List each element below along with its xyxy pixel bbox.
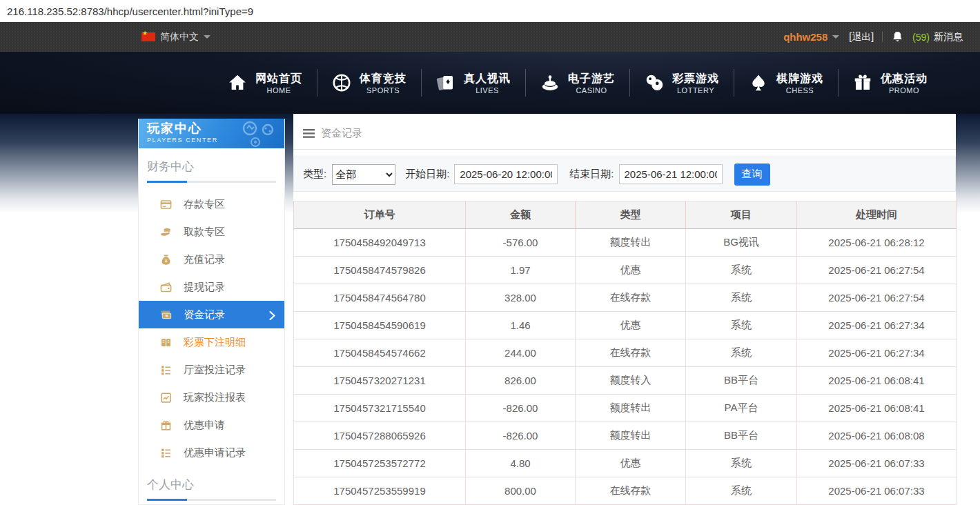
table-cell: 系统 bbox=[686, 477, 797, 505]
nav-label-en: CHESS bbox=[786, 86, 814, 95]
nav-item-promo[interactable]: 优惠活动PROMO bbox=[838, 71, 942, 95]
table-cell: 2025-06-21 06:07:33 bbox=[797, 477, 957, 505]
sidebar-item-label: 充值记录 bbox=[184, 253, 225, 266]
table-cell: 1.46 bbox=[466, 312, 576, 339]
breadcrumb-label: 资金记录 bbox=[321, 127, 362, 140]
list-icon bbox=[159, 446, 173, 459]
table-cell: 系统 bbox=[686, 257, 797, 284]
table-row: 1750457320271231826.00额度转入BB平台2025-06-21… bbox=[294, 367, 957, 395]
table-cell: 额度转出 bbox=[576, 395, 686, 422]
sidebar-item-withdraw-zone[interactable]: 取款专区 bbox=[139, 218, 284, 246]
type-select[interactable]: 全部 bbox=[332, 164, 395, 185]
gamepad-icon bbox=[229, 120, 280, 148]
book-icon bbox=[159, 336, 173, 349]
sidebar-item-lottery-bet-details[interactable]: 彩票下注明细 bbox=[139, 328, 284, 356]
bell-icon[interactable] bbox=[891, 30, 904, 43]
sidebar-item-label: 提现记录 bbox=[184, 281, 225, 294]
nav-label-en: HOME bbox=[267, 86, 291, 95]
nav-label-en: PROMO bbox=[889, 86, 919, 95]
account-area: qhhw258 [退出] (59) 新消息 bbox=[783, 30, 963, 43]
table-cell: 244.00 bbox=[466, 339, 576, 367]
nav-label-zh: 网站首页 bbox=[255, 71, 302, 86]
table-cell: 2025-06-21 06:27:54 bbox=[797, 284, 957, 312]
username[interactable]: qhhw258 bbox=[783, 31, 827, 43]
hand-money-icon bbox=[159, 226, 173, 239]
chevron-down-icon[interactable] bbox=[832, 35, 839, 39]
nav-item-text: 网站首页HOME bbox=[255, 71, 302, 95]
nav-item-casino[interactable]: 电子游艺CASINO bbox=[525, 71, 629, 95]
table-cell: 1750458474564780 bbox=[294, 284, 466, 312]
column-header: 类型 bbox=[576, 201, 686, 229]
report-icon bbox=[159, 391, 173, 404]
list-icon bbox=[159, 364, 173, 377]
sidebar-item-promo-apply-records[interactable]: 优惠申请记录 bbox=[139, 439, 284, 466]
filter-bar: 类型: 全部 开始日期: 结束日期: 查询 bbox=[293, 157, 956, 192]
roulette-icon bbox=[540, 72, 560, 93]
divider bbox=[882, 32, 883, 42]
table-cell: 2025-06-21 06:27:54 bbox=[797, 257, 957, 284]
nav-item-lives[interactable]: 真人视讯LIVES bbox=[421, 71, 525, 95]
table-cell: -826.00 bbox=[466, 395, 576, 422]
browser-url-bar[interactable]: 216.118.235.52:8783/hhcp/usercenter.html… bbox=[0, 0, 980, 22]
sidebar-item-recharge-records[interactable]: ¥充值记录 bbox=[139, 246, 284, 273]
fund-records-table: 订单号金额类型项目处理时间 1750458492049713-576.00额度转… bbox=[293, 201, 957, 505]
main-navigation: 网站首页HOME体育竞技SPORTS真人视讯LIVES电子游艺CASINO彩票游… bbox=[0, 52, 980, 114]
url-text: 216.118.235.52:8783/hhcp/usercenter.html… bbox=[7, 6, 253, 17]
table-cell: 系统 bbox=[686, 312, 797, 339]
sidebar-item-withdrawal-records[interactable]: 提现记录 bbox=[139, 273, 284, 301]
table-body: 1750458492049713-576.00额度转出BG视讯2025-06-2… bbox=[294, 229, 957, 505]
nav-item-text: 彩票游戏LOTTERY bbox=[672, 71, 719, 95]
table-cell: 在线存款 bbox=[576, 284, 686, 312]
sidebar: 玩家中心 PLAYERS CENTER 财务中心 存款专区取款专区¥充值记录提现… bbox=[138, 119, 285, 505]
gift-icon bbox=[852, 72, 873, 93]
hamburger-icon[interactable] bbox=[303, 129, 315, 138]
search-button[interactable]: 查询 bbox=[734, 164, 770, 186]
nav-item-sports[interactable]: 体育竞技SPORTS bbox=[317, 71, 421, 95]
table-row: 1750457288065926-826.00额度转出BB平台2025-06-2… bbox=[294, 422, 957, 450]
sidebar-item-player-bet-report[interactable]: 玩家投注报表 bbox=[139, 384, 284, 411]
sidebar-section-personal: 个人中心 bbox=[147, 477, 276, 493]
table-cell: 2025-06-21 06:27:34 bbox=[797, 312, 957, 339]
sidebar-item-label: 彩票下注明细 bbox=[184, 336, 246, 349]
table-cell: 额度转出 bbox=[576, 422, 686, 450]
nav-item-text: 真人视讯LIVES bbox=[464, 71, 511, 95]
table-cell: 800.00 bbox=[466, 477, 576, 505]
logout-button[interactable]: [退出] bbox=[849, 31, 874, 43]
message-label[interactable]: 新消息 bbox=[934, 31, 963, 43]
nav-label-en: LIVES bbox=[476, 86, 499, 95]
table-cell: 2025-06-21 06:27:34 bbox=[797, 339, 957, 367]
table-cell: -576.00 bbox=[466, 229, 576, 257]
table-cell: 额度转出 bbox=[576, 229, 686, 257]
message-count[interactable]: (59) bbox=[912, 32, 930, 43]
svg-text:¥: ¥ bbox=[165, 258, 168, 263]
bankcard-icon bbox=[159, 198, 173, 211]
table-cell: 2025-06-21 06:08:41 bbox=[797, 395, 957, 422]
language-selector[interactable]: 简体中文 bbox=[141, 31, 210, 43]
table-cell: 系统 bbox=[686, 450, 797, 477]
end-date-input[interactable] bbox=[619, 164, 723, 184]
sidebar-item-promo-apply[interactable]: 优惠申请 bbox=[139, 411, 284, 439]
home-icon bbox=[227, 72, 248, 93]
table-cell: 1750458474579826 bbox=[294, 257, 466, 284]
nav-item-text: 棋牌游戏CHESS bbox=[776, 71, 823, 95]
table-cell: 1750457288065926 bbox=[294, 422, 466, 450]
sidebar-item-label: 玩家投注报表 bbox=[184, 391, 246, 404]
table-row: 1750457253559919800.00在线存款系统2025-06-21 0… bbox=[294, 477, 957, 505]
nav-item-home[interactable]: 网站首页HOME bbox=[213, 71, 317, 95]
table-row: 1750458492049713-576.00额度转出BG视讯2025-06-2… bbox=[294, 229, 957, 257]
nav-item-text: 优惠活动PROMO bbox=[881, 71, 928, 95]
sidebar-item-label: 存款专区 bbox=[184, 198, 225, 211]
table-cell: 1750457321715540 bbox=[294, 395, 466, 422]
nav-item-chess[interactable]: 棋牌游戏CHESS bbox=[734, 71, 838, 95]
table-cell: -826.00 bbox=[466, 422, 576, 450]
sidebar-item-label: 优惠申请记录 bbox=[184, 446, 246, 459]
start-date-input[interactable] bbox=[454, 164, 558, 184]
table-cell: 在线存款 bbox=[576, 477, 686, 505]
sidebar-item-deposit-zone[interactable]: 存款专区 bbox=[139, 190, 284, 218]
section-underline bbox=[147, 499, 276, 501]
main-content: 资金记录 类型: 全部 开始日期: 结束日期: 查询 订单号金额类型项目处理时间 bbox=[293, 114, 956, 505]
nav-label-en: SPORTS bbox=[366, 86, 400, 95]
sidebar-item-hall-bet-records[interactable]: 厅室投注记录 bbox=[139, 356, 284, 384]
nav-item-lottery[interactable]: 彩票游戏LOTTERY bbox=[629, 71, 734, 95]
sidebar-item-fund-records[interactable]: 资金记录 bbox=[139, 301, 284, 328]
